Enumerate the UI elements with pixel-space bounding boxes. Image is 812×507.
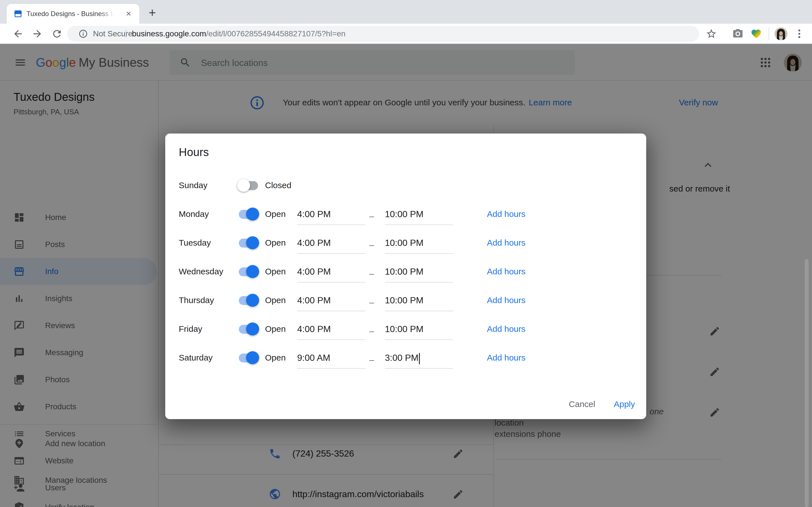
day-label: Thursday xyxy=(179,286,234,315)
toggle-status-label: Open xyxy=(265,343,286,372)
close-time-field[interactable]: 10:00 PM xyxy=(385,200,453,228)
day-label: Wednesday xyxy=(179,257,234,286)
time-range-separator: – xyxy=(369,228,374,257)
toggle-knob xyxy=(246,208,259,221)
security-label: Not Secure xyxy=(93,26,133,42)
back-icon[interactable] xyxy=(12,28,24,40)
open-time-field[interactable]: 4:00 PM xyxy=(297,315,365,343)
open-closed-toggle[interactable] xyxy=(238,323,259,335)
hours-row-thursday: Thursday Open 4:00 PM – 10:00 PM Add hou… xyxy=(165,286,646,315)
open-closed-toggle[interactable] xyxy=(238,295,259,306)
hours-row-friday: Friday Open 4:00 PM – 10:00 PM Add hours xyxy=(165,315,646,343)
page-info-icon[interactable] xyxy=(79,29,88,39)
field-underline xyxy=(297,253,365,254)
apply-button[interactable]: Apply xyxy=(614,399,635,409)
toggle-status-label: Open xyxy=(265,200,286,228)
open-closed-toggle[interactable] xyxy=(238,180,259,191)
close-time-field[interactable]: 10:00 PM xyxy=(385,286,453,315)
cancel-button[interactable]: Cancel xyxy=(569,399,595,409)
open-closed-toggle[interactable] xyxy=(238,209,259,220)
dialog-actions: Cancel Apply xyxy=(569,399,635,409)
browser-toolbar: Not Secure business.google.com/edit/l/00… xyxy=(0,24,812,44)
hours-row-monday: Monday Open 4:00 PM – 10:00 PM Add hours xyxy=(165,200,646,228)
gmb-favicon-icon xyxy=(13,9,22,18)
open-time-field[interactable]: 9:00 AM xyxy=(297,343,365,372)
field-underline xyxy=(297,282,365,283)
url-domain: business.google.com xyxy=(132,29,206,38)
day-label: Saturday xyxy=(179,343,234,372)
open-closed-toggle[interactable] xyxy=(238,352,259,363)
hours-dialog: Hours Sunday Closed Monday Open 4:00 PM … xyxy=(165,133,646,419)
close-time-field[interactable]: 10:00 PM xyxy=(385,257,453,286)
toggle-status-label: Closed xyxy=(265,171,291,200)
add-hours-link[interactable]: Add hours xyxy=(487,200,525,228)
new-tab-button[interactable]: + xyxy=(146,6,159,20)
toggle-knob xyxy=(246,294,259,307)
add-hours-link[interactable]: Add hours xyxy=(487,286,525,315)
open-time-field[interactable]: 4:00 PM xyxy=(297,228,365,257)
field-underline xyxy=(385,311,453,311)
day-label: Tuesday xyxy=(179,228,234,257)
toggle-knob xyxy=(246,236,259,249)
url-path: /edit/l/00762855494458827107/5?hl=en xyxy=(206,29,345,38)
add-hours-link[interactable]: Add hours xyxy=(487,228,525,257)
browser-tab-strip: Tuxedo Designs - Business Inf × + xyxy=(0,0,812,24)
hours-row-sunday: Sunday Closed xyxy=(165,171,646,200)
add-hours-link[interactable]: Add hours xyxy=(487,315,525,343)
field-underline xyxy=(297,224,365,225)
field-underline xyxy=(385,282,453,283)
url-bar[interactable]: Not Secure business.google.com/edit/l/00… xyxy=(67,26,699,42)
open-time-field[interactable]: 4:00 PM xyxy=(297,286,365,315)
toggle-knob xyxy=(246,265,259,278)
field-underline xyxy=(385,368,453,369)
toggle-status-label: Open xyxy=(265,228,286,257)
add-hours-link[interactable]: Add hours xyxy=(487,343,525,372)
day-label: Friday xyxy=(179,315,234,343)
reload-icon[interactable] xyxy=(51,28,63,40)
field-underline xyxy=(385,339,453,340)
dialog-title: Hours xyxy=(179,146,209,159)
tab-close-icon[interactable]: × xyxy=(123,9,134,19)
field-underline xyxy=(297,339,365,340)
hours-row-saturday: Saturday Open 9:00 AM – 3:00 PM Add hour… xyxy=(165,343,646,372)
time-range-separator: – xyxy=(369,286,374,315)
close-time-field[interactable]: 10:00 PM xyxy=(385,315,453,343)
open-closed-toggle[interactable] xyxy=(238,266,259,277)
field-underline xyxy=(297,368,365,369)
day-label: Sunday xyxy=(179,171,234,200)
forward-icon[interactable] xyxy=(32,28,43,40)
field-underline xyxy=(385,224,453,225)
add-hours-link[interactable]: Add hours xyxy=(487,257,525,286)
time-range-separator: – xyxy=(369,343,374,372)
browser-avatar[interactable] xyxy=(774,27,788,40)
toggle-status-label: Open xyxy=(265,315,286,343)
field-underline xyxy=(385,253,453,254)
open-closed-toggle[interactable] xyxy=(238,237,259,248)
urlbar-divider xyxy=(126,30,126,38)
hours-row-tuesday: Tuesday Open 4:00 PM – 10:00 PM Add hour… xyxy=(165,228,646,257)
toolbar-separator xyxy=(769,27,769,40)
bookmark-star-icon[interactable] xyxy=(706,28,717,40)
toggle-status-label: Open xyxy=(265,286,286,315)
hours-row-wednesday: Wednesday Open 4:00 PM – 10:00 PM Add ho… xyxy=(165,257,646,286)
open-time-field[interactable]: 4:00 PM xyxy=(297,200,365,228)
browser-tab[interactable]: Tuxedo Designs - Business Inf × xyxy=(7,4,139,24)
time-range-separator: – xyxy=(369,257,374,286)
field-underline xyxy=(297,311,365,311)
scrollbar-thumb[interactable] xyxy=(805,259,809,507)
open-time-field[interactable]: 4:00 PM xyxy=(297,257,365,286)
toggle-knob xyxy=(246,351,259,364)
url-text: business.google.com/edit/l/0076285549445… xyxy=(132,26,345,42)
tab-title-fade xyxy=(100,6,120,22)
time-range-separator: – xyxy=(369,200,374,228)
heart-extension-icon[interactable] xyxy=(751,28,762,40)
time-range-separator: – xyxy=(369,315,374,343)
close-time-field[interactable]: 10:00 PM xyxy=(385,228,453,257)
camera-extension-icon[interactable] xyxy=(732,28,744,40)
browser-menu-icon[interactable] xyxy=(794,28,805,40)
toggle-status-label: Open xyxy=(265,257,286,286)
toggle-knob xyxy=(237,179,250,192)
toggle-knob xyxy=(246,323,259,335)
text-cursor xyxy=(419,353,420,364)
close-time-field[interactable]: 3:00 PM xyxy=(385,343,453,372)
